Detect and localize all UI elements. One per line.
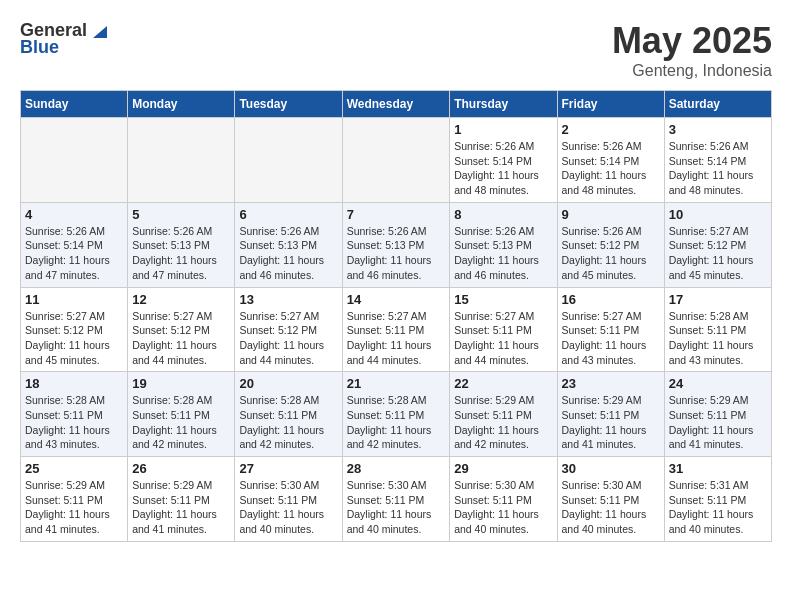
table-row [21, 118, 128, 203]
day-number: 29 [454, 461, 552, 476]
day-detail: Sunrise: 5:29 AM Sunset: 5:11 PM Dayligh… [132, 478, 230, 537]
header-friday: Friday [557, 91, 664, 118]
day-number: 28 [347, 461, 446, 476]
day-number: 25 [25, 461, 123, 476]
calendar-location: Genteng, Indonesia [612, 62, 772, 80]
day-detail: Sunrise: 5:30 AM Sunset: 5:11 PM Dayligh… [239, 478, 337, 537]
day-detail: Sunrise: 5:28 AM Sunset: 5:11 PM Dayligh… [132, 393, 230, 452]
header-monday: Monday [128, 91, 235, 118]
day-number: 1 [454, 122, 552, 137]
table-row: 6Sunrise: 5:26 AM Sunset: 5:13 PM Daylig… [235, 202, 342, 287]
day-number: 15 [454, 292, 552, 307]
day-detail: Sunrise: 5:28 AM Sunset: 5:11 PM Dayligh… [239, 393, 337, 452]
table-row: 4Sunrise: 5:26 AM Sunset: 5:14 PM Daylig… [21, 202, 128, 287]
day-detail: Sunrise: 5:27 AM Sunset: 5:12 PM Dayligh… [669, 224, 767, 283]
day-detail: Sunrise: 5:28 AM Sunset: 5:11 PM Dayligh… [669, 309, 767, 368]
table-row: 16Sunrise: 5:27 AM Sunset: 5:11 PM Dayli… [557, 287, 664, 372]
day-detail: Sunrise: 5:28 AM Sunset: 5:11 PM Dayligh… [25, 393, 123, 452]
day-detail: Sunrise: 5:26 AM Sunset: 5:14 PM Dayligh… [25, 224, 123, 283]
day-detail: Sunrise: 5:29 AM Sunset: 5:11 PM Dayligh… [562, 393, 660, 452]
calendar-title: May 2025 [612, 20, 772, 62]
table-row: 20Sunrise: 5:28 AM Sunset: 5:11 PM Dayli… [235, 372, 342, 457]
table-row: 12Sunrise: 5:27 AM Sunset: 5:12 PM Dayli… [128, 287, 235, 372]
calendar-week-row: 18Sunrise: 5:28 AM Sunset: 5:11 PM Dayli… [21, 372, 772, 457]
table-row: 15Sunrise: 5:27 AM Sunset: 5:11 PM Dayli… [450, 287, 557, 372]
table-row: 23Sunrise: 5:29 AM Sunset: 5:11 PM Dayli… [557, 372, 664, 457]
day-detail: Sunrise: 5:26 AM Sunset: 5:13 PM Dayligh… [454, 224, 552, 283]
day-detail: Sunrise: 5:29 AM Sunset: 5:11 PM Dayligh… [25, 478, 123, 537]
day-number: 20 [239, 376, 337, 391]
day-number: 10 [669, 207, 767, 222]
table-row: 26Sunrise: 5:29 AM Sunset: 5:11 PM Dayli… [128, 457, 235, 542]
day-number: 26 [132, 461, 230, 476]
logo: General Blue [20, 20, 107, 58]
table-row: 7Sunrise: 5:26 AM Sunset: 5:13 PM Daylig… [342, 202, 450, 287]
day-detail: Sunrise: 5:26 AM Sunset: 5:14 PM Dayligh… [562, 139, 660, 198]
table-row: 22Sunrise: 5:29 AM Sunset: 5:11 PM Dayli… [450, 372, 557, 457]
day-detail: Sunrise: 5:26 AM Sunset: 5:13 PM Dayligh… [347, 224, 446, 283]
table-row: 18Sunrise: 5:28 AM Sunset: 5:11 PM Dayli… [21, 372, 128, 457]
day-number: 23 [562, 376, 660, 391]
day-detail: Sunrise: 5:26 AM Sunset: 5:14 PM Dayligh… [669, 139, 767, 198]
day-detail: Sunrise: 5:31 AM Sunset: 5:11 PM Dayligh… [669, 478, 767, 537]
day-detail: Sunrise: 5:30 AM Sunset: 5:11 PM Dayligh… [454, 478, 552, 537]
day-number: 6 [239, 207, 337, 222]
table-row: 11Sunrise: 5:27 AM Sunset: 5:12 PM Dayli… [21, 287, 128, 372]
day-number: 2 [562, 122, 660, 137]
logo-triangle-icon [89, 22, 107, 40]
table-row: 14Sunrise: 5:27 AM Sunset: 5:11 PM Dayli… [342, 287, 450, 372]
header-wednesday: Wednesday [342, 91, 450, 118]
day-number: 24 [669, 376, 767, 391]
table-row [342, 118, 450, 203]
day-number: 21 [347, 376, 446, 391]
day-detail: Sunrise: 5:27 AM Sunset: 5:11 PM Dayligh… [562, 309, 660, 368]
day-detail: Sunrise: 5:26 AM Sunset: 5:12 PM Dayligh… [562, 224, 660, 283]
day-number: 13 [239, 292, 337, 307]
table-row: 28Sunrise: 5:30 AM Sunset: 5:11 PM Dayli… [342, 457, 450, 542]
page-header: General Blue May 2025 Genteng, Indonesia [20, 20, 772, 80]
table-row: 9Sunrise: 5:26 AM Sunset: 5:12 PM Daylig… [557, 202, 664, 287]
table-row: 29Sunrise: 5:30 AM Sunset: 5:11 PM Dayli… [450, 457, 557, 542]
day-detail: Sunrise: 5:27 AM Sunset: 5:12 PM Dayligh… [132, 309, 230, 368]
day-detail: Sunrise: 5:27 AM Sunset: 5:11 PM Dayligh… [454, 309, 552, 368]
table-row: 3Sunrise: 5:26 AM Sunset: 5:14 PM Daylig… [664, 118, 771, 203]
day-number: 14 [347, 292, 446, 307]
table-row: 19Sunrise: 5:28 AM Sunset: 5:11 PM Dayli… [128, 372, 235, 457]
day-number: 19 [132, 376, 230, 391]
day-detail: Sunrise: 5:27 AM Sunset: 5:11 PM Dayligh… [347, 309, 446, 368]
day-number: 5 [132, 207, 230, 222]
day-number: 31 [669, 461, 767, 476]
calendar-week-row: 25Sunrise: 5:29 AM Sunset: 5:11 PM Dayli… [21, 457, 772, 542]
calendar-table: Sunday Monday Tuesday Wednesday Thursday… [20, 90, 772, 542]
day-detail: Sunrise: 5:27 AM Sunset: 5:12 PM Dayligh… [25, 309, 123, 368]
day-number: 27 [239, 461, 337, 476]
calendar-header-row: Sunday Monday Tuesday Wednesday Thursday… [21, 91, 772, 118]
day-detail: Sunrise: 5:29 AM Sunset: 5:11 PM Dayligh… [669, 393, 767, 452]
table-row: 27Sunrise: 5:30 AM Sunset: 5:11 PM Dayli… [235, 457, 342, 542]
table-row: 1Sunrise: 5:26 AM Sunset: 5:14 PM Daylig… [450, 118, 557, 203]
day-detail: Sunrise: 5:30 AM Sunset: 5:11 PM Dayligh… [562, 478, 660, 537]
day-number: 4 [25, 207, 123, 222]
day-detail: Sunrise: 5:26 AM Sunset: 5:13 PM Dayligh… [239, 224, 337, 283]
table-row: 8Sunrise: 5:26 AM Sunset: 5:13 PM Daylig… [450, 202, 557, 287]
header-thursday: Thursday [450, 91, 557, 118]
calendar-week-row: 4Sunrise: 5:26 AM Sunset: 5:14 PM Daylig… [21, 202, 772, 287]
table-row: 31Sunrise: 5:31 AM Sunset: 5:11 PM Dayli… [664, 457, 771, 542]
day-detail: Sunrise: 5:27 AM Sunset: 5:12 PM Dayligh… [239, 309, 337, 368]
calendar-week-row: 1Sunrise: 5:26 AM Sunset: 5:14 PM Daylig… [21, 118, 772, 203]
table-row [235, 118, 342, 203]
day-number: 12 [132, 292, 230, 307]
day-detail: Sunrise: 5:28 AM Sunset: 5:11 PM Dayligh… [347, 393, 446, 452]
table-row: 13Sunrise: 5:27 AM Sunset: 5:12 PM Dayli… [235, 287, 342, 372]
logo-blue-text: Blue [20, 37, 59, 58]
table-row: 21Sunrise: 5:28 AM Sunset: 5:11 PM Dayli… [342, 372, 450, 457]
day-number: 30 [562, 461, 660, 476]
header-tuesday: Tuesday [235, 91, 342, 118]
day-number: 7 [347, 207, 446, 222]
day-number: 22 [454, 376, 552, 391]
day-number: 3 [669, 122, 767, 137]
table-row: 2Sunrise: 5:26 AM Sunset: 5:14 PM Daylig… [557, 118, 664, 203]
title-block: May 2025 Genteng, Indonesia [612, 20, 772, 80]
header-saturday: Saturday [664, 91, 771, 118]
svg-marker-0 [93, 26, 107, 38]
